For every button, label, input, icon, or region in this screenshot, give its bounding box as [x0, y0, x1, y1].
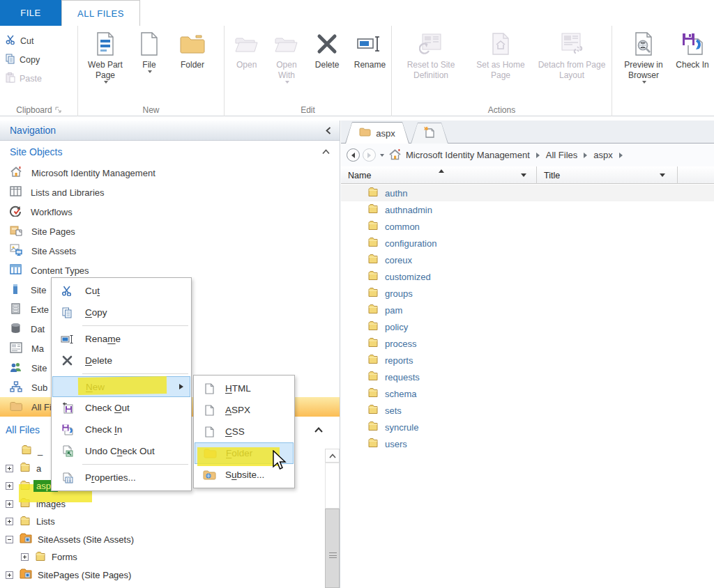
- file-row[interactable]: sets: [341, 402, 714, 419]
- folder-icon: [367, 237, 379, 249]
- tab-file[interactable]: FILE: [0, 0, 61, 26]
- tree-scrollbar[interactable]: [325, 449, 340, 588]
- open-button[interactable]: Open: [229, 30, 264, 116]
- submenu-item-css[interactable]: CSS: [194, 421, 294, 442]
- file-name: pam: [385, 305, 402, 316]
- folder-icon: [367, 203, 379, 216]
- submenu-item-aspx[interactable]: ASPX: [194, 399, 294, 421]
- dropdown-caret-icon: [285, 81, 289, 84]
- menu-item-cut[interactable]: Cut: [52, 280, 191, 302]
- tab-all-files[interactable]: ALL FILES: [61, 0, 140, 26]
- expand-icon[interactable]: [6, 500, 13, 508]
- tab-new-page[interactable]: [411, 123, 448, 144]
- sidebar-item-workflows[interactable]: Workflows: [0, 202, 340, 222]
- menu-item-check-in[interactable]: Check In: [52, 419, 191, 440]
- file-row[interactable]: authnadmin: [341, 201, 714, 218]
- cut-icon: [60, 285, 74, 297]
- menu-item-check-out[interactable]: Check Out: [52, 397, 191, 419]
- menu-item-copy[interactable]: Copy: [52, 302, 191, 323]
- file-row[interactable]: requests: [341, 369, 714, 385]
- file-row[interactable]: pam: [341, 302, 714, 318]
- paste-button[interactable]: Paste: [0, 69, 77, 88]
- column-header-name[interactable]: Name: [341, 167, 537, 184]
- cut-button[interactable]: Cut: [0, 31, 77, 50]
- file-row[interactable]: syncrule: [341, 419, 714, 435]
- breadcrumb-separator-icon: [619, 153, 623, 158]
- menu-item-properties[interactable]: Properties...: [52, 467, 191, 488]
- menu-item-undo-check-out[interactable]: Undo Check Out: [52, 440, 191, 462]
- preview-in-browser-button[interactable]: Preview in Browser: [616, 30, 671, 116]
- folder-button[interactable]: Folder: [170, 30, 215, 116]
- folder-icon: [367, 187, 379, 199]
- rename-button[interactable]: Rename: [349, 30, 391, 116]
- collapse-section-icon[interactable]: [322, 149, 330, 155]
- sidebar-item-site-pages[interactable]: Site Pages: [0, 222, 340, 241]
- dialog-launcher-icon[interactable]: [55, 105, 61, 115]
- folder-icon: [35, 551, 46, 564]
- reset-to-site-definition-button[interactable]: Reset to Site Definition: [397, 30, 464, 116]
- expand-icon[interactable]: [6, 571, 13, 579]
- sidebar-item-site[interactable]: Microsoft Identity Management: [0, 163, 340, 183]
- expand-icon[interactable]: [21, 553, 29, 561]
- delete-button[interactable]: Delete: [309, 30, 346, 116]
- file-list: authn authnadmin common configuration co…: [341, 185, 714, 452]
- site-objects-header[interactable]: Site Objects: [0, 141, 340, 163]
- copy-button[interactable]: Copy: [0, 50, 77, 69]
- breadcrumb-segment[interactable]: Microsoft Identity Management: [406, 150, 530, 160]
- file-row[interactable]: process: [341, 335, 714, 352]
- check-in-button[interactable]: Check In: [675, 30, 710, 116]
- scrollbar-track[interactable]: [325, 463, 340, 509]
- file-row[interactable]: policy: [341, 318, 714, 335]
- open-with-label: Open With: [267, 60, 305, 81]
- back-button[interactable]: [347, 148, 360, 162]
- expand-icon[interactable]: [6, 465, 13, 472]
- file-row[interactable]: coreux: [341, 252, 714, 268]
- page-icon: [202, 382, 216, 395]
- filter-dropdown-icon[interactable]: [521, 173, 526, 177]
- submenu-item-html[interactable]: HTML: [194, 378, 294, 399]
- tree-row[interactable]: SitePages (Site Pages): [0, 566, 340, 585]
- forward-button[interactable]: [363, 148, 376, 162]
- file-row[interactable]: customized: [341, 268, 714, 285]
- file-row[interactable]: configuration: [341, 235, 714, 252]
- file-row[interactable]: authn: [341, 185, 714, 201]
- history-dropdown-icon[interactable]: [380, 154, 384, 157]
- file-row[interactable]: common: [341, 218, 714, 235]
- filter-dropdown-icon[interactable]: [660, 173, 665, 177]
- tab-label: aspx: [376, 128, 395, 139]
- scrollbar-thumb[interactable]: [325, 509, 340, 588]
- tree-row[interactable]: Forms: [0, 548, 340, 566]
- scroll-up-button[interactable]: [325, 449, 340, 463]
- set-as-home-page-button[interactable]: Set as Home Page: [470, 30, 531, 116]
- collapse-icon[interactable]: [6, 536, 13, 543]
- sidebar-item-lists-libraries[interactable]: Lists and Libraries: [0, 183, 340, 202]
- home-icon: [388, 148, 402, 162]
- breadcrumb-segment[interactable]: All Files: [546, 150, 578, 160]
- file-row[interactable]: users: [341, 435, 714, 452]
- file-row[interactable]: schema: [341, 385, 714, 402]
- menu-item-label: Undo Check Out: [85, 446, 155, 456]
- web-part-page-button[interactable]: Web Part Page: [82, 30, 128, 116]
- expand-icon[interactable]: [6, 482, 13, 490]
- open-with-button[interactable]: Open With: [267, 30, 305, 116]
- tree-row[interactable]: Lists: [0, 513, 340, 531]
- file-row[interactable]: groups: [341, 285, 714, 302]
- file-button[interactable]: File: [134, 30, 165, 116]
- group-label-actions: Actions: [392, 105, 612, 115]
- expand-icon[interactable]: [6, 518, 13, 525]
- file-name: authn: [385, 188, 408, 199]
- menu-item-rename[interactable]: Rename: [52, 328, 191, 350]
- column-header-title[interactable]: Title: [537, 167, 678, 184]
- menu-item-delete[interactable]: Delete: [52, 350, 191, 371]
- file-row[interactable]: reports: [341, 352, 714, 369]
- breadcrumb-segment[interactable]: aspx: [593, 150, 612, 160]
- detach-from-page-layout-button[interactable]: Detach from Page Layout: [537, 30, 607, 116]
- tree-row[interactable]: SiteAssets (Site Assets): [0, 531, 340, 549]
- paste-label: Paste: [20, 74, 42, 84]
- dropdown-caret-icon: [642, 81, 646, 84]
- menu-separator: [82, 325, 188, 326]
- collapse-section-icon[interactable]: [314, 427, 323, 433]
- collapse-pane-icon[interactable]: [326, 127, 331, 134]
- tab-aspx[interactable]: aspx: [345, 122, 409, 144]
- sidebar-item-site-assets[interactable]: Site Assets: [0, 241, 340, 261]
